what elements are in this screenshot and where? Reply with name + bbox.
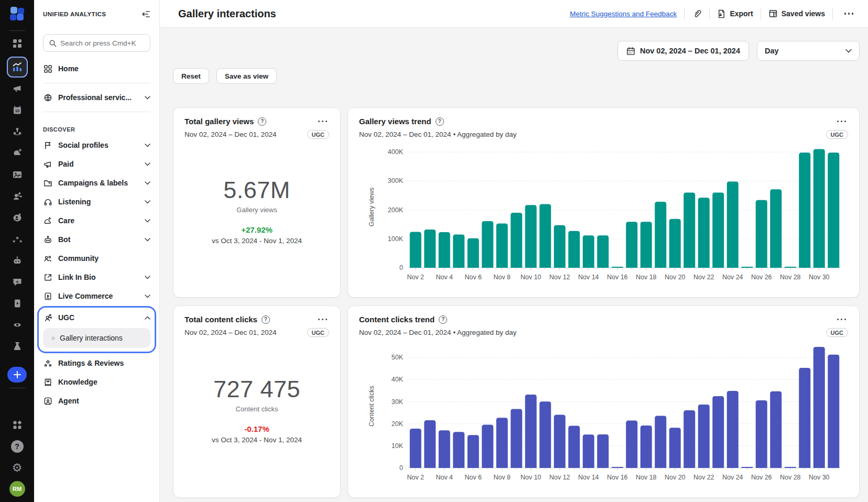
sidebar-item-social-profiles[interactable]: Social profiles bbox=[43, 136, 150, 155]
search-input[interactable] bbox=[60, 39, 145, 47]
advocacy-megaphone-icon[interactable] bbox=[8, 80, 26, 97]
svg-text:Nov 28: Nov 28 bbox=[780, 274, 801, 281]
ugc-person-icon bbox=[43, 313, 52, 322]
org-people-icon[interactable] bbox=[8, 123, 26, 140]
care-hand-icon bbox=[43, 216, 52, 225]
reset-button[interactable]: Reset bbox=[173, 68, 209, 84]
video-commerce-icon[interactable] bbox=[8, 295, 26, 312]
social-add-icon[interactable] bbox=[8, 145, 26, 161]
sidebar-item-professional-services[interactable]: Professional servic... bbox=[43, 88, 150, 107]
card-more-icon[interactable] bbox=[833, 118, 848, 125]
svg-text:Nov 16: Nov 16 bbox=[607, 274, 628, 281]
sidebar-item-link-in-bio[interactable]: Link In Bio bbox=[43, 268, 150, 287]
svg-text:Nov 12: Nov 12 bbox=[549, 474, 570, 481]
search-box[interactable] bbox=[43, 34, 150, 52]
labs-flask-icon[interactable] bbox=[8, 338, 26, 355]
divider bbox=[9, 30, 25, 31]
book-icon bbox=[43, 378, 52, 387]
card-title: Content clicks trend bbox=[359, 315, 435, 324]
help-circle-icon[interactable]: ? bbox=[436, 117, 444, 126]
squares-icon bbox=[43, 64, 52, 73]
divider bbox=[684, 8, 685, 19]
influencer-icon[interactable] bbox=[8, 188, 26, 204]
svg-text:Nov 8: Nov 8 bbox=[493, 274, 511, 281]
card-more-icon[interactable] bbox=[833, 317, 848, 323]
add-button[interactable] bbox=[7, 367, 27, 383]
content-clicks-chart-area: 010K20K30K40K50KContent clicksNov 2Nov 4… bbox=[359, 338, 848, 490]
granularity-select[interactable]: Day bbox=[757, 41, 860, 61]
sidebar-item-ugc[interactable]: UGC bbox=[43, 308, 150, 327]
gallery-views-trend-card: Gallery views trend ? Nov 02, 2024 – Dec… bbox=[348, 107, 860, 298]
svg-text:★: ★ bbox=[15, 280, 18, 283]
avatar[interactable]: RM bbox=[9, 481, 25, 497]
svg-text:0: 0 bbox=[399, 264, 403, 271]
copy-link-icon[interactable] bbox=[692, 9, 702, 19]
more-icon[interactable] bbox=[840, 10, 855, 17]
help-icon[interactable]: ? bbox=[8, 438, 26, 455]
saved-views-button[interactable]: Saved views bbox=[768, 9, 825, 18]
settings-gear-icon[interactable]: ⚙ bbox=[8, 460, 26, 476]
svg-text:★: ★ bbox=[18, 239, 22, 244]
folder-icon bbox=[43, 179, 52, 188]
app-logo[interactable] bbox=[8, 5, 26, 23]
sidebar-item-home[interactable]: Home bbox=[43, 59, 150, 78]
bullet-square-icon bbox=[52, 337, 55, 340]
svg-text:400K: 400K bbox=[388, 148, 404, 156]
help-circle-icon[interactable]: ? bbox=[258, 117, 266, 126]
sidebar-item-live-commerce[interactable]: Live Commerce bbox=[43, 287, 150, 305]
svg-text:10K: 10K bbox=[392, 442, 404, 450]
help-circle-icon[interactable]: ? bbox=[439, 315, 447, 324]
publishing-calendar-icon[interactable]: 10 bbox=[8, 102, 26, 118]
save-as-view-button[interactable]: Save as view bbox=[216, 68, 277, 84]
sidebar-item-label: Gallery interactions bbox=[60, 334, 123, 342]
help-circle-icon[interactable]: ? bbox=[262, 315, 270, 324]
sidebar-item-campaigns-labels[interactable]: Campaigns & labels bbox=[43, 173, 150, 192]
dashboard-grid-icon[interactable] bbox=[8, 35, 26, 52]
search-icon bbox=[49, 39, 57, 47]
spark-eye-icon[interactable] bbox=[8, 317, 26, 333]
chevron-down-icon bbox=[145, 181, 150, 185]
svg-text:Nov 22: Nov 22 bbox=[693, 474, 714, 481]
sidebar-item-label: Ratings & Reviews bbox=[58, 359, 150, 367]
svg-text:Nov 14: Nov 14 bbox=[578, 474, 599, 481]
sidebar-item-agent[interactable]: Agent bbox=[43, 391, 150, 410]
sidebar-item-listening[interactable]: Listening bbox=[43, 192, 150, 211]
sidebar-item-label: Live Commerce bbox=[58, 292, 139, 300]
svg-text:Nov 24: Nov 24 bbox=[722, 274, 743, 281]
card-more-icon[interactable] bbox=[314, 118, 329, 125]
granularity-label: Day bbox=[765, 47, 779, 55]
sidebar-item-paid[interactable]: Paid bbox=[43, 155, 150, 173]
svg-text:Nov 6: Nov 6 bbox=[464, 274, 482, 281]
svg-text:Nov 10: Nov 10 bbox=[520, 274, 541, 281]
svg-text:Nov 30: Nov 30 bbox=[809, 474, 830, 481]
collapse-sidebar-icon[interactable] bbox=[141, 9, 150, 19]
chevron-down-icon bbox=[145, 219, 150, 223]
gallery-views-metric-label: Gallery views bbox=[236, 206, 277, 214]
media-library-icon[interactable] bbox=[8, 166, 26, 183]
ratings-stars-icon[interactable]: ★★★ bbox=[8, 231, 26, 247]
content: Nov 02, 2024 – Dec 01, 2024 Day Reset Sa… bbox=[160, 28, 868, 502]
card-more-icon[interactable] bbox=[314, 317, 329, 323]
divider bbox=[9, 388, 25, 388]
chevron-down-icon bbox=[145, 238, 150, 242]
sidebar-item-ratings-reviews[interactable]: Ratings & Reviews bbox=[43, 354, 150, 373]
divider bbox=[761, 8, 761, 19]
sidebar-item-community[interactable]: Community bbox=[43, 249, 150, 268]
customer-care-icon[interactable] bbox=[8, 209, 26, 226]
bot-outline-icon bbox=[43, 235, 52, 244]
sidebar-item-bot[interactable]: Bot bbox=[43, 230, 150, 249]
bot-icon[interactable] bbox=[8, 252, 26, 269]
reviews-chat-icon[interactable]: ★ bbox=[8, 274, 26, 290]
sidebar-item-knowledge[interactable]: Knowledge bbox=[43, 373, 150, 391]
metric-suggestions-link[interactable]: Metric Suggestions and Feedback bbox=[570, 10, 677, 18]
date-range-picker[interactable]: Nov 02, 2024 – Dec 01, 2024 bbox=[617, 41, 749, 61]
analytics-icon[interactable] bbox=[7, 57, 28, 78]
sidebar-item-gallery-interactions[interactable]: Gallery interactions bbox=[43, 328, 150, 348]
apps-grid-icon[interactable] bbox=[8, 417, 26, 433]
chevron-down-icon bbox=[145, 294, 150, 298]
sidebar-item-care[interactable]: Care bbox=[43, 211, 150, 230]
link-in-bio-icon bbox=[43, 273, 52, 282]
export-button[interactable]: Export bbox=[717, 9, 753, 18]
content-clicks-trend-chart[interactable]: 010K20K30K40K50KContent clicksNov 2Nov 4… bbox=[359, 338, 848, 490]
gallery-views-trend-chart[interactable]: 0100K200K300K400KGallery viewsNov 2Nov 4… bbox=[359, 140, 848, 290]
